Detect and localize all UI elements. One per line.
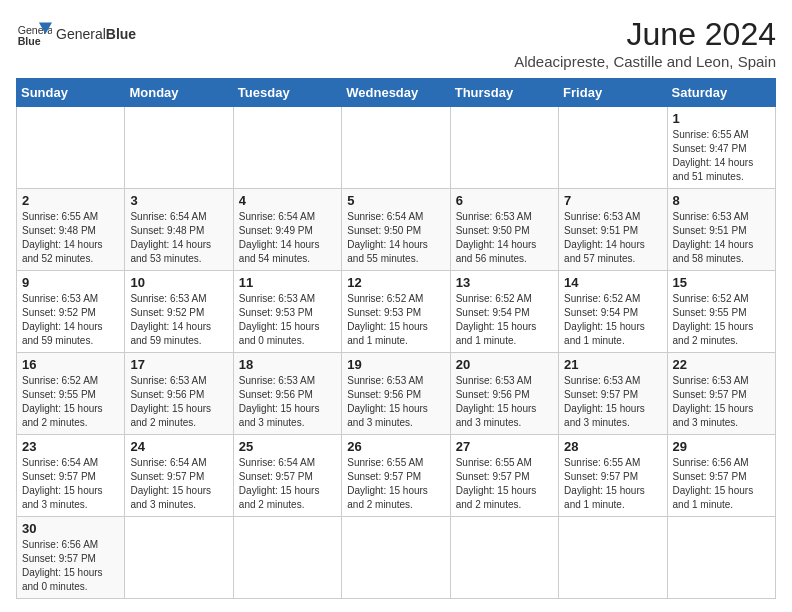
day-number: 16 bbox=[22, 357, 119, 372]
day-info: Sunrise: 6:53 AM Sunset: 9:53 PM Dayligh… bbox=[239, 292, 336, 348]
calendar-week-row: 30Sunrise: 6:56 AM Sunset: 9:57 PM Dayli… bbox=[17, 517, 776, 599]
day-number: 11 bbox=[239, 275, 336, 290]
day-number: 29 bbox=[673, 439, 770, 454]
calendar-week-row: 2Sunrise: 6:55 AM Sunset: 9:48 PM Daylig… bbox=[17, 189, 776, 271]
calendar-cell bbox=[233, 107, 341, 189]
calendar-cell bbox=[125, 107, 233, 189]
day-info: Sunrise: 6:55 AM Sunset: 9:57 PM Dayligh… bbox=[564, 456, 661, 512]
calendar-cell: 28Sunrise: 6:55 AM Sunset: 9:57 PM Dayli… bbox=[559, 435, 667, 517]
logo-general: General bbox=[56, 26, 106, 42]
calendar-cell bbox=[559, 517, 667, 599]
day-info: Sunrise: 6:54 AM Sunset: 9:49 PM Dayligh… bbox=[239, 210, 336, 266]
calendar-cell: 1Sunrise: 6:55 AM Sunset: 9:47 PM Daylig… bbox=[667, 107, 775, 189]
calendar-cell: 3Sunrise: 6:54 AM Sunset: 9:48 PM Daylig… bbox=[125, 189, 233, 271]
calendar-cell bbox=[342, 107, 450, 189]
calendar-cell: 19Sunrise: 6:53 AM Sunset: 9:56 PM Dayli… bbox=[342, 353, 450, 435]
calendar-week-row: 23Sunrise: 6:54 AM Sunset: 9:57 PM Dayli… bbox=[17, 435, 776, 517]
day-info: Sunrise: 6:53 AM Sunset: 9:57 PM Dayligh… bbox=[564, 374, 661, 430]
header-friday: Friday bbox=[559, 79, 667, 107]
day-info: Sunrise: 6:53 AM Sunset: 9:52 PM Dayligh… bbox=[22, 292, 119, 348]
calendar-cell: 23Sunrise: 6:54 AM Sunset: 9:57 PM Dayli… bbox=[17, 435, 125, 517]
calendar-cell: 4Sunrise: 6:54 AM Sunset: 9:49 PM Daylig… bbox=[233, 189, 341, 271]
day-number: 27 bbox=[456, 439, 553, 454]
calendar-cell: 6Sunrise: 6:53 AM Sunset: 9:50 PM Daylig… bbox=[450, 189, 558, 271]
calendar-cell: 8Sunrise: 6:53 AM Sunset: 9:51 PM Daylig… bbox=[667, 189, 775, 271]
calendar-cell bbox=[450, 517, 558, 599]
day-info: Sunrise: 6:53 AM Sunset: 9:56 PM Dayligh… bbox=[239, 374, 336, 430]
day-info: Sunrise: 6:55 AM Sunset: 9:47 PM Dayligh… bbox=[673, 128, 770, 184]
calendar-cell bbox=[125, 517, 233, 599]
calendar-cell: 7Sunrise: 6:53 AM Sunset: 9:51 PM Daylig… bbox=[559, 189, 667, 271]
day-number: 21 bbox=[564, 357, 661, 372]
calendar-cell: 24Sunrise: 6:54 AM Sunset: 9:57 PM Dayli… bbox=[125, 435, 233, 517]
calendar-cell: 18Sunrise: 6:53 AM Sunset: 9:56 PM Dayli… bbox=[233, 353, 341, 435]
day-number: 12 bbox=[347, 275, 444, 290]
day-info: Sunrise: 6:53 AM Sunset: 9:56 PM Dayligh… bbox=[347, 374, 444, 430]
day-number: 28 bbox=[564, 439, 661, 454]
title-area: June 2024 Aldeacipreste, Castille and Le… bbox=[514, 16, 776, 70]
calendar-cell: 9Sunrise: 6:53 AM Sunset: 9:52 PM Daylig… bbox=[17, 271, 125, 353]
day-number: 17 bbox=[130, 357, 227, 372]
day-info: Sunrise: 6:54 AM Sunset: 9:48 PM Dayligh… bbox=[130, 210, 227, 266]
day-info: Sunrise: 6:52 AM Sunset: 9:54 PM Dayligh… bbox=[456, 292, 553, 348]
day-number: 7 bbox=[564, 193, 661, 208]
day-number: 5 bbox=[347, 193, 444, 208]
calendar-cell bbox=[342, 517, 450, 599]
calendar-cell bbox=[559, 107, 667, 189]
header-saturday: Saturday bbox=[667, 79, 775, 107]
calendar-cell bbox=[450, 107, 558, 189]
calendar-cell: 29Sunrise: 6:56 AM Sunset: 9:57 PM Dayli… bbox=[667, 435, 775, 517]
page-title: June 2024 bbox=[514, 16, 776, 53]
day-info: Sunrise: 6:52 AM Sunset: 9:55 PM Dayligh… bbox=[673, 292, 770, 348]
calendar-cell: 14Sunrise: 6:52 AM Sunset: 9:54 PM Dayli… bbox=[559, 271, 667, 353]
calendar-cell: 17Sunrise: 6:53 AM Sunset: 9:56 PM Dayli… bbox=[125, 353, 233, 435]
day-info: Sunrise: 6:53 AM Sunset: 9:56 PM Dayligh… bbox=[130, 374, 227, 430]
day-info: Sunrise: 6:53 AM Sunset: 9:56 PM Dayligh… bbox=[456, 374, 553, 430]
day-info: Sunrise: 6:55 AM Sunset: 9:57 PM Dayligh… bbox=[456, 456, 553, 512]
day-number: 8 bbox=[673, 193, 770, 208]
calendar-cell: 11Sunrise: 6:53 AM Sunset: 9:53 PM Dayli… bbox=[233, 271, 341, 353]
calendar-table: SundayMondayTuesdayWednesdayThursdayFrid… bbox=[16, 78, 776, 599]
day-info: Sunrise: 6:54 AM Sunset: 9:57 PM Dayligh… bbox=[22, 456, 119, 512]
header: General Blue GeneralBlue June 2024 Aldea… bbox=[16, 16, 776, 70]
calendar-cell: 10Sunrise: 6:53 AM Sunset: 9:52 PM Dayli… bbox=[125, 271, 233, 353]
calendar-week-row: 16Sunrise: 6:52 AM Sunset: 9:55 PM Dayli… bbox=[17, 353, 776, 435]
day-info: Sunrise: 6:54 AM Sunset: 9:57 PM Dayligh… bbox=[130, 456, 227, 512]
day-number: 18 bbox=[239, 357, 336, 372]
day-info: Sunrise: 6:53 AM Sunset: 9:51 PM Dayligh… bbox=[673, 210, 770, 266]
calendar-cell bbox=[233, 517, 341, 599]
day-info: Sunrise: 6:52 AM Sunset: 9:54 PM Dayligh… bbox=[564, 292, 661, 348]
day-info: Sunrise: 6:52 AM Sunset: 9:55 PM Dayligh… bbox=[22, 374, 119, 430]
calendar-cell: 21Sunrise: 6:53 AM Sunset: 9:57 PM Dayli… bbox=[559, 353, 667, 435]
calendar-cell: 5Sunrise: 6:54 AM Sunset: 9:50 PM Daylig… bbox=[342, 189, 450, 271]
header-sunday: Sunday bbox=[17, 79, 125, 107]
day-number: 6 bbox=[456, 193, 553, 208]
calendar-cell: 25Sunrise: 6:54 AM Sunset: 9:57 PM Dayli… bbox=[233, 435, 341, 517]
day-number: 22 bbox=[673, 357, 770, 372]
day-number: 14 bbox=[564, 275, 661, 290]
day-number: 3 bbox=[130, 193, 227, 208]
logo-blue: Blue bbox=[106, 26, 136, 42]
calendar-cell: 2Sunrise: 6:55 AM Sunset: 9:48 PM Daylig… bbox=[17, 189, 125, 271]
calendar-cell: 26Sunrise: 6:55 AM Sunset: 9:57 PM Dayli… bbox=[342, 435, 450, 517]
header-monday: Monday bbox=[125, 79, 233, 107]
day-info: Sunrise: 6:53 AM Sunset: 9:50 PM Dayligh… bbox=[456, 210, 553, 266]
day-number: 15 bbox=[673, 275, 770, 290]
day-info: Sunrise: 6:53 AM Sunset: 9:57 PM Dayligh… bbox=[673, 374, 770, 430]
header-wednesday: Wednesday bbox=[342, 79, 450, 107]
logo-text: GeneralBlue bbox=[56, 26, 136, 42]
calendar-cell bbox=[667, 517, 775, 599]
calendar-cell: 15Sunrise: 6:52 AM Sunset: 9:55 PM Dayli… bbox=[667, 271, 775, 353]
calendar-cell: 30Sunrise: 6:56 AM Sunset: 9:57 PM Dayli… bbox=[17, 517, 125, 599]
day-number: 1 bbox=[673, 111, 770, 126]
day-info: Sunrise: 6:54 AM Sunset: 9:57 PM Dayligh… bbox=[239, 456, 336, 512]
day-info: Sunrise: 6:54 AM Sunset: 9:50 PM Dayligh… bbox=[347, 210, 444, 266]
day-number: 19 bbox=[347, 357, 444, 372]
calendar-cell: 27Sunrise: 6:55 AM Sunset: 9:57 PM Dayli… bbox=[450, 435, 558, 517]
day-number: 10 bbox=[130, 275, 227, 290]
day-info: Sunrise: 6:53 AM Sunset: 9:51 PM Dayligh… bbox=[564, 210, 661, 266]
day-number: 13 bbox=[456, 275, 553, 290]
day-info: Sunrise: 6:55 AM Sunset: 9:48 PM Dayligh… bbox=[22, 210, 119, 266]
calendar-cell: 12Sunrise: 6:52 AM Sunset: 9:53 PM Dayli… bbox=[342, 271, 450, 353]
calendar-cell: 16Sunrise: 6:52 AM Sunset: 9:55 PM Dayli… bbox=[17, 353, 125, 435]
